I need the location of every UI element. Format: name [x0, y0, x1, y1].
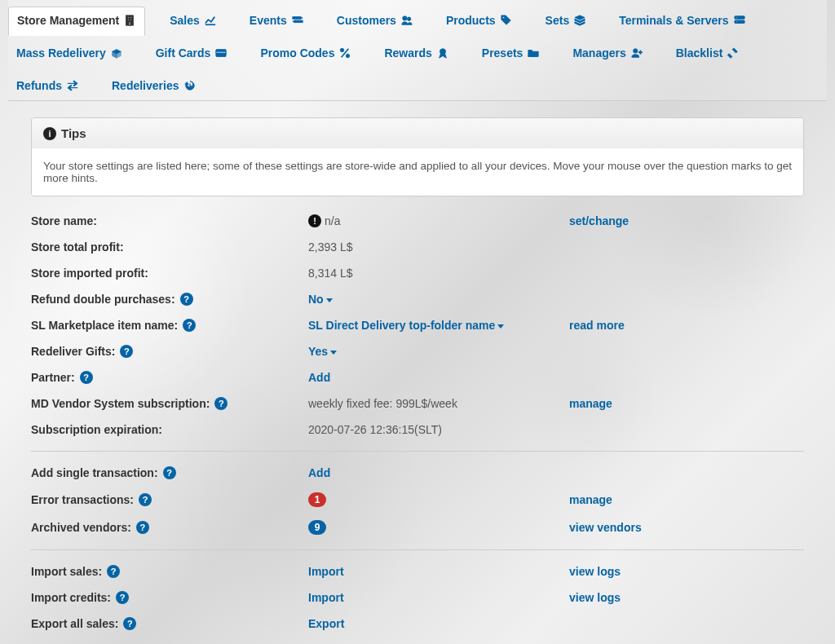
- svg-rect-29: [728, 54, 733, 59]
- nav-tab-rewards[interactable]: Rewards: [376, 40, 457, 68]
- section-divider: [31, 451, 804, 452]
- row-value: 2020-07-26 12:36:15(SLT): [308, 423, 569, 436]
- nav-tab-customers[interactable]: Customers: [329, 7, 422, 35]
- nav-label: Sales: [170, 14, 200, 27]
- row-value: !n/a: [308, 214, 569, 227]
- nav-tab-promo-codes[interactable]: Promo Codes: [252, 40, 360, 68]
- action-link[interactable]: manage: [569, 493, 612, 506]
- dropdown-toggle[interactable]: Yes: [308, 345, 337, 358]
- settings-row: Import sales:?Importview logs: [31, 558, 804, 584]
- dropdown-toggle[interactable]: SL Direct Delivery top-folder name: [308, 319, 504, 332]
- history-icon: [183, 80, 197, 91]
- settings-row: Add single transaction:?Add: [31, 460, 804, 486]
- nav-tab-managers[interactable]: Managers: [564, 40, 651, 68]
- nav-label: Mass Redelivery: [16, 46, 106, 60]
- svg-point-26: [633, 49, 637, 53]
- row-label: SL Marketplace item name:?: [31, 319, 308, 332]
- caret-down-icon: [330, 351, 337, 355]
- nav-label: Rewards: [384, 46, 431, 60]
- action-link[interactable]: view logs: [569, 565, 621, 578]
- row-value: SL Direct Delivery top-folder name: [308, 319, 569, 332]
- svg-rect-5: [129, 22, 130, 25]
- nav-tab-gift-cards[interactable]: Gift Cards: [148, 40, 236, 68]
- help-icon[interactable]: ?: [107, 565, 120, 578]
- nav-label: Events: [250, 14, 287, 27]
- row-value: Yes: [308, 345, 569, 358]
- tags-icon: [500, 15, 513, 26]
- nav-label: Promo Codes: [260, 46, 334, 60]
- row-value: 2,393 L$: [308, 240, 569, 254]
- action-link[interactable]: view logs: [569, 591, 621, 604]
- row-action: view vendors: [569, 521, 804, 534]
- svg-rect-21: [216, 51, 226, 53]
- nav-label: Gift Cards: [156, 46, 211, 60]
- settings-row: Archived vendors:?9view vendors: [31, 514, 804, 541]
- nav-tab-terminals-servers[interactable]: Terminals & Servers: [611, 7, 753, 35]
- value-link[interactable]: Add: [308, 371, 330, 384]
- help-icon[interactable]: ?: [120, 345, 133, 358]
- settings-row: Partner:?Add: [31, 364, 804, 390]
- row-action: view logs: [569, 565, 804, 578]
- row-label: Store total profit:: [31, 240, 308, 254]
- row-action: manage: [569, 493, 804, 506]
- nav-tab-sets[interactable]: Sets: [537, 7, 595, 35]
- nav-tab-events[interactable]: Events: [241, 7, 312, 35]
- help-icon[interactable]: ?: [123, 617, 136, 630]
- value-link[interactable]: Export: [308, 617, 344, 630]
- settings-row: Store total profit:2,393 L$: [31, 234, 804, 260]
- row-value: No: [308, 293, 569, 306]
- row-label: Subscription expiration:: [31, 423, 308, 436]
- nav-tab-blacklist[interactable]: Blacklist: [668, 40, 749, 68]
- settings-list: Store name:!n/aset/changeStore total pro…: [31, 208, 804, 644]
- help-icon[interactable]: ?: [136, 521, 149, 534]
- row-label: Partner:?: [31, 371, 308, 384]
- credit-card-icon: [214, 47, 228, 59]
- row-label: Import sales:?: [31, 565, 308, 578]
- signpost-icon: [291, 15, 304, 26]
- nav-tab-refunds[interactable]: Refunds: [8, 73, 87, 100]
- help-icon[interactable]: ?: [139, 493, 152, 506]
- error-count-badge: 1: [308, 492, 326, 507]
- action-link[interactable]: read more: [569, 319, 625, 332]
- help-icon[interactable]: ?: [116, 591, 129, 604]
- help-icon[interactable]: ?: [80, 371, 93, 384]
- hammer-icon: [727, 47, 740, 59]
- help-icon[interactable]: ?: [163, 466, 176, 479]
- value-link[interactable]: Add: [308, 466, 330, 479]
- help-icon[interactable]: ?: [214, 397, 228, 410]
- action-link[interactable]: set/change: [569, 214, 629, 227]
- row-value: weekly fixed fee: 999L$/week: [308, 397, 569, 410]
- svg-rect-4: [130, 19, 132, 20]
- settings-row: SL Marketplace item name:?SL Direct Deli…: [31, 312, 804, 338]
- action-link[interactable]: view vendors: [569, 521, 642, 534]
- nav-tab-presets[interactable]: Presets: [474, 40, 549, 68]
- building-icon: [123, 15, 136, 26]
- value-link[interactable]: Import: [308, 565, 344, 578]
- dropdown-toggle[interactable]: No: [308, 293, 333, 306]
- action-link[interactable]: manage: [569, 397, 612, 410]
- row-action: manage: [569, 397, 804, 410]
- nav-tab-redeliveries[interactable]: Redeliveries: [104, 73, 205, 100]
- percent-icon: [338, 47, 351, 59]
- tips-body: Your store settings are listed here; som…: [32, 148, 803, 196]
- svg-rect-3: [128, 19, 130, 20]
- settings-row: Import credits:?Importview logs: [31, 584, 804, 611]
- help-icon[interactable]: ?: [180, 293, 193, 306]
- nav-tab-mass-redelivery[interactable]: Mass Redelivery: [8, 40, 131, 68]
- stack-icon: [573, 15, 586, 26]
- row-label: Add single transaction:?: [31, 466, 308, 479]
- row-label: Import credits:?: [31, 591, 308, 604]
- users-icon: [400, 15, 413, 26]
- nav-tab-sales[interactable]: Sales: [161, 7, 225, 35]
- svg-point-10: [403, 15, 407, 20]
- nav-tab-products[interactable]: Products: [438, 7, 521, 35]
- row-value: Import: [308, 591, 569, 604]
- user-plus-icon: [630, 47, 643, 59]
- tips-title: Tips: [61, 126, 86, 140]
- nav-tab-store-management[interactable]: Store Management: [8, 7, 145, 36]
- value-link[interactable]: Import: [308, 591, 344, 604]
- nav-label: Customers: [337, 14, 396, 27]
- help-icon[interactable]: ?: [183, 319, 196, 332]
- row-value: Export: [308, 617, 569, 630]
- row-label: Archived vendors:?: [31, 521, 308, 534]
